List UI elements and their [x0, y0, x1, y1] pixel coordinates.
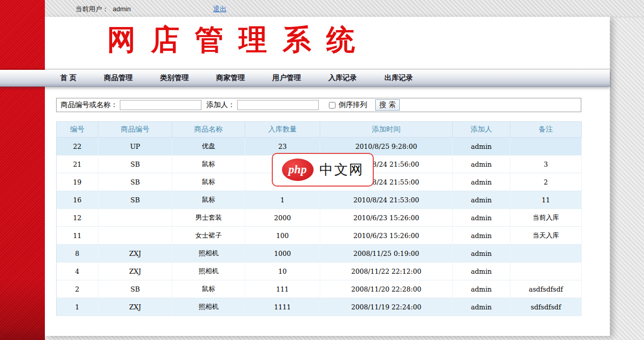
table-cell: SB [98, 155, 172, 173]
table-header-cell: 入库数量 [245, 122, 320, 138]
table-cell: 3 [510, 155, 582, 173]
product-search-label: 商品编号或名称： [61, 100, 118, 110]
table-cell: 当前入库 [510, 209, 582, 227]
nav-item-home[interactable]: 首 页 [60, 73, 76, 83]
table-row: 2SB鼠标1112008/11/20 22:28:00adminasdfsdfs… [57, 280, 582, 298]
current-user-label: 当前用户： [75, 5, 109, 13]
adder-search-label: 添加人： [207, 100, 235, 110]
table-cell: 优盘 [172, 138, 245, 155]
table-cell: 照相机 [172, 245, 245, 263]
table-cell: 2010/6/23 15:26:00 [320, 209, 453, 227]
top-user-bar: 当前用户：admin 退出 [0, 0, 644, 17]
table-cell: 2008/11/25 0:19:00 [320, 245, 453, 263]
table-cell: admin [453, 191, 510, 209]
table-cell: 女士裙子 [172, 227, 245, 245]
table-cell: 22 [57, 138, 98, 155]
table-cell: admin [453, 138, 510, 155]
adder-search-input[interactable] [237, 100, 319, 110]
php-logo-text: php [289, 163, 307, 176]
table-cell: 21 [57, 155, 98, 173]
table-cell: admin [453, 209, 510, 227]
table-cell: admin [453, 298, 510, 316]
nav-item-stock-in[interactable]: 入库记录 [328, 73, 357, 83]
table-cell: admin [453, 155, 510, 173]
table-cell: 16 [57, 191, 98, 209]
table-cell [510, 138, 582, 155]
logout-link[interactable]: 退出 [213, 5, 226, 14]
php-logo-icon: php [282, 159, 314, 181]
nav-item-users[interactable]: 用户管理 [272, 73, 301, 83]
table-cell: admin [453, 227, 510, 245]
table-header-cell: 商品名称 [172, 122, 245, 138]
table-cell: 男士套装 [172, 209, 245, 227]
nav-item-products[interactable]: 商品管理 [104, 73, 133, 83]
table-cell: ZXJ [98, 263, 172, 280]
table-cell: 鼠标 [172, 173, 245, 191]
table-header-cell: 商品编号 [98, 122, 172, 138]
product-search-input[interactable] [120, 100, 201, 110]
table-cell: 2008/11/22 22:12:00 [320, 263, 453, 280]
reverse-order-label: 倒序排列 [339, 100, 367, 110]
table-cell: 4 [57, 263, 98, 280]
table-header-cell: 编号 [57, 122, 98, 138]
table-row: 8ZXJ照相机10002008/11/25 0:19:00admin [57, 245, 582, 263]
table-cell: admin [453, 280, 510, 298]
search-panel: 商品编号或名称： 添加人： 倒序排列 搜 索 [56, 98, 581, 112]
watermark-text: 中文网 [320, 161, 364, 179]
search-button[interactable]: 搜 索 [375, 99, 400, 111]
current-username: admin [113, 5, 131, 13]
table-header-cell: 添加时间 [320, 122, 453, 138]
records-table-wrap: 编号商品编号商品名称入库数量添加时间添加人备注22UP优盘232010/8/25… [56, 121, 582, 316]
table-cell: admin [453, 173, 510, 191]
table-cell: 1 [245, 191, 320, 209]
table-row: 1ZXJ照相机11112008/11/19 22:24:00adminsdfsd… [57, 298, 582, 316]
table-row: 11女士裙子1002010/6/23 15:26:00admin当天入库 [57, 227, 582, 245]
table-cell: 111 [245, 280, 320, 298]
table-cell: 鼠标 [172, 191, 245, 209]
table-header-row: 编号商品编号商品名称入库数量添加时间添加人备注 [57, 122, 582, 138]
table-cell: 1 [57, 298, 98, 316]
table-row: 4ZXJ照相机102008/11/22 22:12:00admin [57, 263, 582, 280]
table-cell: 2010/6/23 15:26:00 [320, 227, 453, 245]
table-cell: SB [98, 173, 172, 191]
table-cell: 1000 [245, 245, 320, 263]
table-cell: SB [98, 280, 172, 298]
table-cell: 2000 [245, 209, 320, 227]
nav-item-merchants[interactable]: 商家管理 [216, 73, 245, 83]
table-cell [98, 227, 172, 245]
table-cell: 8 [57, 245, 98, 263]
main-nav: 首 页 商品管理 类别管理 商家管理 用户管理 入库记录 出库记录 [0, 70, 610, 87]
table-cell: 当天入库 [510, 227, 582, 245]
table-cell: 10 [245, 263, 320, 280]
records-table: 编号商品编号商品名称入库数量添加时间添加人备注22UP优盘232010/8/25… [56, 121, 582, 316]
table-cell [98, 209, 172, 227]
table-cell: ZXJ [98, 245, 172, 263]
table-cell: 2 [510, 173, 582, 191]
table-cell: admin [453, 263, 510, 280]
table-cell: sdfsdfsdf [510, 298, 582, 316]
table-cell: asdfsdfsdf [510, 280, 582, 298]
table-row: 12男士套装20002010/6/23 15:26:00admin当前入库 [57, 209, 582, 227]
table-cell: 照相机 [172, 263, 245, 280]
table-cell: 19 [57, 173, 98, 191]
table-cell [510, 245, 582, 263]
table-cell: admin [453, 245, 510, 263]
table-cell: 2 [57, 280, 98, 298]
table-cell: 1111 [245, 298, 320, 316]
table-row: 16SB鼠标12010/8/24 21:53:00admin11 [57, 191, 582, 209]
table-cell: 2010/8/24 21:53:00 [320, 191, 453, 209]
nav-item-categories[interactable]: 类别管理 [160, 73, 189, 83]
page-title: 网店管理系统 [107, 21, 370, 60]
table-cell: 11 [57, 227, 98, 245]
table-cell: ZXJ [98, 298, 172, 316]
table-cell [510, 263, 582, 280]
table-cell: 2008/11/20 22:28:00 [320, 280, 453, 298]
table-cell: 12 [57, 209, 98, 227]
table-cell: 11 [510, 191, 582, 209]
table-header-cell: 添加人 [453, 122, 510, 138]
nav-item-stock-out[interactable]: 出库记录 [384, 73, 413, 83]
table-cell: 照相机 [172, 298, 245, 316]
table-header-cell: 备注 [510, 122, 582, 138]
reverse-order-checkbox[interactable] [329, 102, 336, 109]
table-cell: 2008/11/19 22:24:00 [320, 298, 453, 316]
